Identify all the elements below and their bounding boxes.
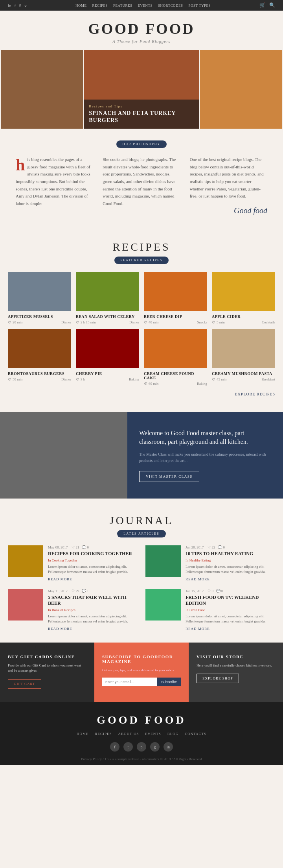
social-links[interactable]: in f S v bbox=[8, 3, 27, 8]
footer-nav-events[interactable]: EVENTS bbox=[145, 732, 161, 736]
social-stumble[interactable]: S bbox=[19, 3, 21, 8]
journal-title-0[interactable]: RECIPES FOR COOKING TOGETHER bbox=[48, 551, 138, 557]
footer-nav-home[interactable]: HOME bbox=[77, 732, 89, 736]
nav-recipes[interactable]: RECIPES bbox=[92, 4, 108, 7]
social-vine[interactable]: v bbox=[24, 3, 27, 8]
philosophy-col3: One of the best original recipe blogs. T… bbox=[190, 156, 267, 217]
recipe-category: Dinner bbox=[129, 320, 139, 324]
footer-nav-recipes[interactable]: RECIPES bbox=[95, 732, 112, 736]
read-more-1[interactable]: READ MORE bbox=[186, 577, 275, 581]
nav-shortcodes[interactable]: SHORTCODES bbox=[158, 4, 183, 7]
recipe-name: BEAN SALAD WITH CELERY bbox=[76, 314, 139, 319]
journal-excerpt-3: Lorem ipsum dolor sit amet, consectetur … bbox=[186, 614, 275, 624]
promo-gift-title: BUY GIFT CARDS ONLINE bbox=[8, 654, 86, 659]
footer-nav-about[interactable]: ABOUT US bbox=[118, 732, 139, 736]
recipe-name: CHERRY PIE bbox=[76, 371, 139, 376]
footer-social-google[interactable]: g bbox=[150, 742, 160, 752]
footer-social-facebook[interactable]: f bbox=[110, 742, 119, 752]
recipe-card-pie[interactable]: CHERRY PIE ⏱ 3 h Baking bbox=[76, 329, 139, 386]
masterclass-description: The Master Class will make you understan… bbox=[139, 451, 271, 464]
promo-subscribe: SUBSCRIBE TO GOODFOOD MAGAZINE Get recip… bbox=[94, 643, 189, 702]
footer-social-linkedin[interactable]: in bbox=[164, 742, 173, 752]
journal-likes-2: ♡ 29 💬 1 bbox=[72, 589, 89, 593]
hero-right[interactable] bbox=[200, 50, 282, 129]
recipe-grid: APPETIZER MUSSELS ⏱ 20 min Dinner BEAN S… bbox=[8, 272, 275, 386]
recipe-card-burgers[interactable]: BRONTOSAURUS BURGERS ⏱ 50 min Dinner bbox=[8, 329, 71, 386]
hero-tag: Recipes and Tips bbox=[89, 104, 194, 108]
footer-nav-blog[interactable]: BLOG bbox=[167, 732, 179, 736]
nav-features[interactable]: FEATURES bbox=[113, 4, 132, 7]
nav-events[interactable]: EVENTS bbox=[138, 4, 153, 7]
header-icons: 🛒 🔍 bbox=[259, 2, 275, 8]
journal-category-3: In Fresh Food bbox=[186, 608, 275, 612]
nav-home[interactable]: HOME bbox=[75, 4, 87, 7]
social-facebook[interactable]: f bbox=[15, 3, 16, 8]
recipe-meta: ⏱ 20 min Dinner bbox=[8, 320, 71, 324]
explore-recipes-link[interactable]: EXPLORE RECIPES bbox=[8, 392, 275, 396]
journal-date-1: Jun 28, 2017 ♡ 22 💬 0 bbox=[186, 545, 275, 549]
recipe-card-pasta[interactable]: CREAMY MUSHROOM PASTA ⏱ 45 min Breakfast bbox=[212, 329, 275, 386]
philosophy-col1: his blog resembles the pages of a glossy… bbox=[16, 156, 93, 217]
footer-legal: Privacy Policy / This is a sample websit… bbox=[8, 757, 275, 761]
email-input[interactable] bbox=[102, 678, 157, 686]
journal-likes-3: ♡ 0 💬 0 bbox=[208, 589, 223, 593]
recipe-time: ⏱ 20 min bbox=[8, 320, 22, 324]
masterclass-image bbox=[0, 412, 127, 499]
recipes-title: RECIPES bbox=[8, 241, 275, 253]
signature: Good food bbox=[190, 204, 267, 217]
recipe-name: APPLE CIDER bbox=[212, 314, 275, 319]
journal-category-0: In Cooking Together bbox=[48, 558, 138, 562]
promo-subscribe-text: Get recipes, tips, and news delivered to… bbox=[102, 668, 181, 673]
hero-left[interactable] bbox=[1, 50, 83, 129]
footer-social-twitter[interactable]: t bbox=[123, 742, 133, 752]
recipe-category: Cocktails bbox=[262, 320, 275, 324]
shop-button[interactable]: EXPLORE SHOP bbox=[197, 674, 239, 683]
journal-title-1[interactable]: 10 TIPS TO HEALTHY EATING bbox=[186, 551, 275, 557]
recipe-card-beans[interactable]: BEAN SALAD WITH CELERY ⏱ 2 h 15 min Dinn… bbox=[76, 272, 139, 324]
recipe-time: ⏱ 45 min bbox=[212, 377, 226, 381]
recipe-card-cider[interactable]: APPLE CIDER ⏱ 5 min Cocktails bbox=[212, 272, 275, 324]
journal-image-2 bbox=[8, 589, 43, 621]
read-more-3[interactable]: READ MORE bbox=[186, 627, 275, 631]
recipe-card-poundcake[interactable]: CREAM CHEESE POUND CAKE ⏱ 60 min Baking bbox=[144, 329, 207, 386]
footer-social-pinterest[interactable]: p bbox=[137, 742, 146, 752]
search-icon[interactable]: 🔍 bbox=[269, 2, 275, 8]
journal-title-2[interactable]: 5 SNACKS THAT PAIR WELL WITH BEER bbox=[48, 595, 138, 607]
journal-pill-container: LATES ARTICLES bbox=[8, 530, 275, 537]
footer-nav-contacts[interactable]: CONTACTS bbox=[185, 732, 206, 736]
journal-date-3: Jun 15, 2017 ♡ 0 💬 0 bbox=[186, 589, 275, 593]
promo-shop-title: VISIT OUR STORE bbox=[197, 654, 275, 659]
recipe-time: ⏱ 60 min bbox=[144, 382, 158, 386]
journal-title-3[interactable]: FRESH FOOD ON TV: WEEKEND EDITION bbox=[186, 595, 275, 607]
read-more-2[interactable]: READ MORE bbox=[48, 627, 138, 631]
nav-post-types[interactable]: POST TYPES bbox=[188, 4, 210, 7]
read-more-0[interactable]: READ MORE bbox=[48, 577, 138, 581]
hero-overlay: Recipes and Tips SPINACH AND FETA TURKEY… bbox=[84, 100, 199, 129]
journal-image-3 bbox=[145, 589, 181, 621]
promo-subscribe-title: SUBSCRIBE TO GOODFOOD MAGAZINE bbox=[102, 654, 181, 664]
subscribe-button[interactable]: Subscribe bbox=[157, 678, 181, 686]
philosophy-text3: One of the best original recipe blogs. T… bbox=[190, 156, 267, 200]
recipe-card-mussels[interactable]: APPETIZER MUSSELS ⏱ 20 min Dinner bbox=[8, 272, 71, 324]
site-header: GOOD FOOD A Theme for Food Bloggers bbox=[0, 11, 283, 50]
cart-icon[interactable]: 🛒 bbox=[259, 2, 265, 8]
recipe-time: ⏱ 50 min bbox=[8, 377, 22, 381]
recipe-meta: ⏱ 5 min Cocktails bbox=[212, 320, 275, 324]
recipe-name: CREAMY MUSHROOM PASTA bbox=[212, 371, 275, 376]
recipe-card-cheesedip[interactable]: BEER CHEESE DIP ⏱ 40 min Snacks bbox=[144, 272, 207, 324]
masterclass-button[interactable]: VISIT MASTER CLASS bbox=[139, 471, 199, 482]
philosophy-section: OUR PHILOSOPHY his blog resembles the pa… bbox=[0, 129, 283, 229]
main-nav: HOME RECIPES FEATURES EVENTS SHORTCODES … bbox=[75, 4, 211, 7]
recipe-meta: ⏱ 60 min Baking bbox=[144, 382, 207, 386]
social-linkedin[interactable]: in bbox=[8, 3, 11, 8]
recipe-time: ⏱ 40 min bbox=[144, 320, 158, 324]
recipe-time: ⏱ 3 h bbox=[76, 377, 85, 381]
masterclass-banner: Welcome to Good Food master class, part … bbox=[0, 412, 283, 499]
email-row: Subscribe bbox=[102, 678, 181, 686]
journal-content-1: Jun 28, 2017 ♡ 22 💬 0 10 TIPS TO HEALTHY… bbox=[186, 545, 275, 581]
recipe-name: APPETIZER MUSSELS bbox=[8, 314, 71, 319]
hero-center[interactable]: Recipes and Tips SPINACH AND FETA TURKEY… bbox=[84, 50, 199, 129]
recipe-meta: ⏱ 2 h 15 min Dinner bbox=[76, 320, 139, 324]
gift-button[interactable]: GIFT CART bbox=[8, 679, 41, 689]
philosophy-text1: his blog resembles the pages of a glossy… bbox=[16, 156, 93, 207]
